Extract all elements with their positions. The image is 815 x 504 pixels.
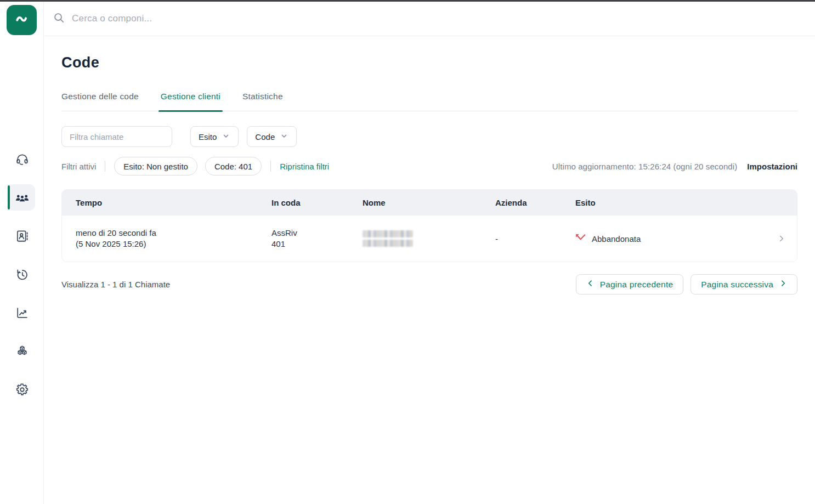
chevron-down-icon [222,132,230,142]
column-header-tempo: Tempo [76,198,271,207]
tab-statistiche[interactable]: Statistiche [242,92,283,111]
sidebar-item-queues[interactable] [9,146,35,172]
column-header-nome: Nome [363,198,495,207]
tab-gestione-clienti[interactable]: Gestione clienti [161,92,220,111]
tab-bar: Gestione delle code Gestione clienti Sta… [61,92,797,111]
line-chart-icon [15,305,30,320]
tempo-cell: meno di 20 secondi fa (5 Nov 2025 15:26) [76,228,271,250]
sidebar-item-contacts[interactable] [9,223,35,249]
nome-cell-redacted [363,229,495,249]
pagination-summary: Visualizza 1 - 1 di 1 Chiamate [61,280,170,289]
calls-table: Tempo In coda Nome Azienda Esito meno di… [61,189,797,262]
sidebar [0,0,44,504]
sidebar-item-modules[interactable] [9,338,35,364]
main-content: Code Gestione delle code Gestione client… [44,36,815,504]
code-dropdown[interactable]: Code [247,126,297,147]
refresh-settings-button[interactable]: Impostazioni [747,162,797,171]
active-filters-label: Filtri attivi [61,162,96,171]
esito-label: Abbandonata [592,234,641,243]
pagination-row: Visualizza 1 - 1 di 1 Chiamate Pagina pr… [61,274,797,295]
filter-chip-code[interactable]: Code: 401 [205,157,262,175]
global-search-input[interactable] [72,13,357,24]
cubes-icon [15,344,30,359]
previous-page-button[interactable]: Pagina precedente [576,274,684,295]
column-header-azienda: Azienda [495,198,575,207]
history-icon [15,267,30,282]
active-filters-row: Filtri attivi Esito: Non gestito Code: 4… [61,157,797,175]
topbar [44,2,815,36]
settings-gear-icon [15,382,30,397]
window-top-strip [0,0,815,2]
in-coda-cell: AssRiv 401 [271,228,363,250]
esito-dropdown[interactable]: Esito [190,126,239,147]
chevron-down-icon [280,132,288,142]
missed-call-icon [575,234,586,243]
filter-chip-esito[interactable]: Esito: Non gestito [114,157,197,175]
sidebar-nav [0,146,44,403]
contact-book-icon [15,229,30,243]
last-update-text: Ultimo aggiornamento: 15:26:24 (ogni 20 … [552,162,738,171]
esito-dropdown-label: Esito [199,132,217,141]
sidebar-item-settings[interactable] [9,376,35,403]
column-header-in-coda: In coda [271,198,363,207]
reset-filters-link[interactable]: Ripristina filtri [280,162,329,171]
row-chevron-icon[interactable] [766,234,797,243]
chevron-right-icon [779,279,787,290]
app-logo[interactable] [7,5,37,35]
sidebar-item-history[interactable] [9,261,35,287]
search-icon [53,12,65,26]
sidebar-item-customers[interactable] [9,184,35,211]
page-title: Code [61,54,797,71]
next-page-button[interactable]: Pagina successiva [691,274,797,295]
divider [270,161,271,172]
filter-calls-input[interactable] [61,126,172,147]
chevron-left-icon [586,279,595,290]
wave-logo-icon [13,10,31,31]
esito-cell: Abbandonata [575,234,766,243]
people-group-icon [15,190,30,205]
table-header-row: Tempo In coda Nome Azienda Esito [62,190,797,216]
table-row[interactable]: meno di 20 secondi fa (5 Nov 2025 15:26)… [62,216,797,262]
code-dropdown-label: Code [255,132,275,141]
sidebar-item-statistics[interactable] [9,299,35,326]
divider [105,161,105,172]
azienda-cell: - [495,234,575,243]
filter-row: Esito Code [61,126,797,147]
column-header-esito: Esito [575,198,766,207]
tab-gestione-delle-code[interactable]: Gestione delle code [61,92,139,111]
headset-icon [15,152,30,167]
